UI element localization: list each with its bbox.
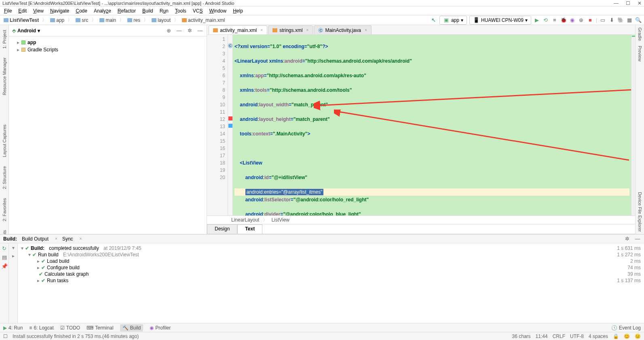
back-arrow-icon[interactable]: ↖ bbox=[431, 17, 437, 23]
rail-favorites[interactable]: 2: Favorites bbox=[2, 196, 7, 224]
run-config-selector[interactable]: ▣ app ▾ bbox=[439, 16, 467, 25]
project-tree[interactable]: ▸app ▸Gradle Scripts bbox=[9, 36, 207, 56]
gear-icon[interactable]: ✲ bbox=[186, 27, 193, 34]
tab-strings[interactable]: strings.xml× bbox=[268, 25, 313, 34]
rail-structure[interactable]: 2: Structure bbox=[2, 164, 7, 192]
expand-icon[interactable]: ▾ bbox=[12, 245, 15, 251]
menu-analyze[interactable]: Analyze bbox=[91, 7, 114, 15]
rail-resource[interactable]: Resource Manager bbox=[2, 55, 7, 98]
bc-res[interactable]: res bbox=[126, 17, 141, 23]
bb-logcat[interactable]: ≡6: Logcat bbox=[29, 325, 53, 331]
gradle-icon bbox=[21, 48, 25, 52]
menu-vcs[interactable]: VCS bbox=[190, 7, 205, 15]
status-le[interactable]: CRLF bbox=[553, 334, 565, 339]
status-indent[interactable]: 4 spaces bbox=[589, 334, 608, 339]
close-tab-icon[interactable]: × bbox=[260, 28, 263, 32]
tab-mainactivity[interactable]: CMainActivity.java× bbox=[314, 25, 371, 34]
text-tab[interactable]: Text bbox=[237, 224, 262, 234]
hide-icon[interactable]: — bbox=[634, 236, 641, 242]
bb-build[interactable]: 🔨Build bbox=[120, 324, 144, 332]
navigation-bar: ListViewTest〉 app〉 src〉 main〉 res〉 layou… bbox=[0, 15, 644, 25]
bc-main[interactable]: main bbox=[98, 17, 117, 23]
editor-tabs: activity_main.xml× strings.xml× CMainAct… bbox=[207, 25, 635, 35]
tree-app[interactable]: app bbox=[27, 40, 36, 45]
tab-activity-main[interactable]: activity_main.xml× bbox=[209, 25, 267, 34]
error-stripe[interactable] bbox=[631, 35, 635, 215]
bb-run[interactable]: ▶4: Run bbox=[3, 325, 23, 331]
debug-icon[interactable]: 🐞 bbox=[560, 17, 567, 23]
bb-terminal[interactable]: ⌨Terminal bbox=[87, 325, 113, 331]
menu-build[interactable]: Build bbox=[140, 7, 156, 15]
maximize-icon[interactable]: ☐ bbox=[626, 0, 630, 6]
build-output-tab[interactable]: Build Output bbox=[22, 236, 49, 242]
avd-icon[interactable]: ▭ bbox=[600, 17, 606, 23]
bb-todo[interactable]: ☑TODO bbox=[60, 325, 80, 331]
bc-app[interactable]: app bbox=[49, 17, 65, 23]
filter-icon[interactable]: ▤ bbox=[1, 254, 8, 260]
editor[interactable]: 1234567891011121314151617181920 C <?xml … bbox=[207, 35, 635, 215]
menu-edit[interactable]: Edit bbox=[16, 7, 29, 15]
project-view-selector[interactable]: ⬘ Android ▾ bbox=[12, 28, 40, 34]
menu-navigate[interactable]: Navigate bbox=[48, 7, 72, 15]
sdk-icon[interactable]: ⬇ bbox=[608, 17, 615, 23]
main-area: 1: Project Resource Manager Layout Captu… bbox=[0, 25, 644, 234]
status-message: Install successfully finished in 2 s 753… bbox=[13, 334, 139, 339]
hide-icon[interactable]: — bbox=[197, 27, 203, 34]
close-icon[interactable]: ✕ bbox=[638, 0, 642, 6]
left-tool-rail: 1: Project Resource Manager Layout Captu… bbox=[0, 25, 9, 234]
stop-icon[interactable]: ■ bbox=[587, 17, 593, 23]
run-icon[interactable]: ▶ bbox=[534, 17, 540, 23]
bb-eventlog[interactable]: 🕓Event Log bbox=[611, 325, 641, 331]
menu-run[interactable]: Run bbox=[157, 7, 171, 15]
rail-project[interactable]: 1: Project bbox=[2, 27, 7, 51]
profile-icon[interactable]: ◉ bbox=[569, 17, 576, 23]
menu-tools[interactable]: Tools bbox=[173, 7, 189, 15]
menubar: File Edit View Navigate Code Analyze Ref… bbox=[0, 6, 644, 15]
status-enc[interactable]: UTF-8 bbox=[570, 334, 584, 339]
sync-tab[interactable]: Sync bbox=[62, 236, 73, 242]
close-tab-icon[interactable]: × bbox=[306, 28, 309, 32]
minimize-icon[interactable]: — bbox=[614, 0, 619, 6]
apply-changes-icon[interactable]: ⟲ bbox=[543, 17, 549, 23]
crumb-linearlayout[interactable]: LinearLayout bbox=[231, 217, 259, 223]
rerun-icon[interactable]: ↻ bbox=[1, 245, 8, 251]
menu-window[interactable]: Window bbox=[207, 7, 229, 15]
project-panel: ⬘ Android ▾ ⊕ — ✲ — ▸app ▸Gradle Scripts bbox=[9, 25, 207, 234]
rail-layout-captures[interactable]: Layout Captures bbox=[2, 122, 7, 160]
menu-code[interactable]: Code bbox=[73, 7, 90, 15]
search-icon[interactable]: 🔍 bbox=[635, 17, 642, 23]
device-selector[interactable]: 📱 HUAWEI CPN-W09 ▾ bbox=[469, 16, 531, 25]
layout-view-tabs: Design Text bbox=[207, 224, 635, 234]
menu-file[interactable]: File bbox=[2, 7, 14, 15]
crumb-listview[interactable]: ListView bbox=[271, 217, 289, 223]
menu-view[interactable]: View bbox=[31, 7, 46, 15]
locate-icon[interactable]: ⊕ bbox=[165, 27, 172, 34]
menu-refactor[interactable]: Refactor bbox=[115, 7, 138, 15]
collapse-icon[interactable]: — bbox=[176, 27, 182, 34]
bb-profiler[interactable]: ◉Profiler bbox=[150, 325, 171, 331]
sync-icon[interactable]: 🐘 bbox=[617, 17, 624, 23]
bc-file[interactable]: activity_main.xml bbox=[181, 17, 226, 23]
close-tab-icon[interactable]: × bbox=[365, 28, 367, 32]
rail-build-variants[interactable]: Build Variants bbox=[2, 228, 7, 234]
rail-gradle[interactable]: Gradle bbox=[638, 25, 642, 43]
bc-layout[interactable]: layout bbox=[150, 17, 172, 23]
design-tab[interactable]: Design bbox=[207, 224, 237, 234]
build-tree[interactable]: ▾✔Build: completed successfully at 2019/… bbox=[18, 243, 644, 323]
pin-icon[interactable]: 📌 bbox=[1, 263, 8, 269]
gear-icon[interactable]: ✲ bbox=[624, 236, 630, 242]
menu-help[interactable]: Help bbox=[230, 7, 245, 15]
code-area[interactable]: <?xml version="1.0" encoding="utf-8"?> <… bbox=[233, 35, 631, 215]
window-title: ListViewTest [E:\AndroidWorks200E\ListVi… bbox=[2, 1, 234, 6]
line-gutter[interactable]: 1234567891011121314151617181920 bbox=[207, 35, 228, 215]
struct-icon[interactable]: ▦ bbox=[626, 17, 633, 23]
attach-icon[interactable]: ⊕ bbox=[578, 17, 585, 23]
bc-src[interactable]: src bbox=[74, 17, 89, 23]
rail-device-explorer[interactable]: Device File Explorer bbox=[638, 190, 642, 234]
collapse-icon[interactable]: ▸ bbox=[12, 253, 15, 259]
rail-preview[interactable]: Preview bbox=[638, 43, 642, 64]
bc-project[interactable]: ListViewTest bbox=[2, 17, 40, 23]
tree-gradle[interactable]: Gradle Scripts bbox=[27, 47, 58, 53]
apply-code-icon[interactable]: ≡ bbox=[551, 17, 558, 23]
marker-gutter[interactable]: C bbox=[228, 35, 233, 215]
